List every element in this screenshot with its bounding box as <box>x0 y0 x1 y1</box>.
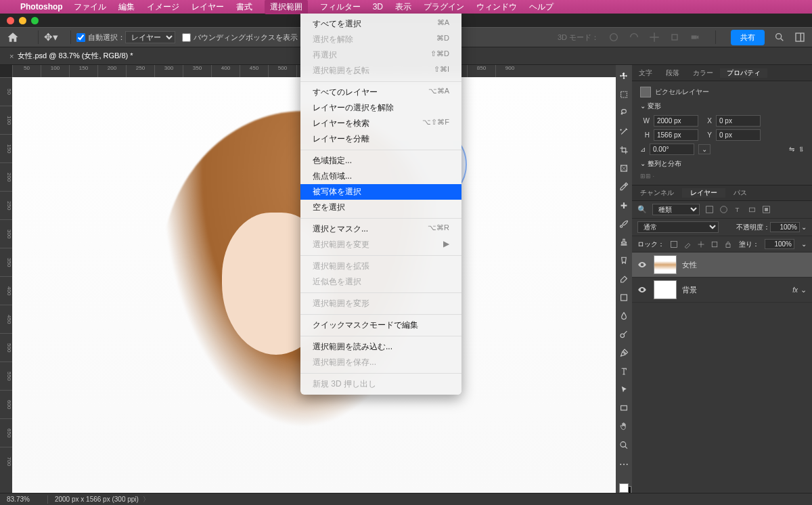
lasso-tool-icon[interactable] <box>618 108 629 117</box>
panel-tab[interactable]: チャンネル <box>632 188 682 198</box>
frame-tool-icon[interactable] <box>618 164 629 173</box>
filter-smart-icon[interactable] <box>762 205 771 214</box>
workspace-icon[interactable] <box>794 32 805 43</box>
search-icon[interactable] <box>774 32 785 43</box>
menu-イメージ[interactable]: イメージ <box>147 1 179 13</box>
menu-表示[interactable]: 表示 <box>395 1 411 13</box>
close-tab-icon[interactable]: × <box>9 52 14 60</box>
menu-item[interactable]: 焦点領域... <box>300 169 461 184</box>
move-tool-icon[interactable]: ✥▾ <box>44 31 58 43</box>
fx-badge[interactable]: fx <box>792 286 798 294</box>
width-input[interactable] <box>654 115 698 127</box>
status-arrow-icon[interactable]: 〉 <box>143 495 150 504</box>
panel-tab[interactable]: パス <box>725 188 755 198</box>
menu-選択範囲[interactable]: 選択範囲 <box>265 0 308 14</box>
hand-tool-icon[interactable] <box>618 422 629 431</box>
share-button[interactable]: 共有 <box>731 30 765 45</box>
panel-tab[interactable]: 段落 <box>659 68 686 78</box>
transform-section-header[interactable]: 変形 <box>640 102 804 111</box>
opacity-input[interactable] <box>770 222 800 232</box>
blend-mode-dropdown[interactable]: 通常 <box>637 221 719 233</box>
menu-書式[interactable]: 書式 <box>236 1 252 13</box>
crop-tool-icon[interactable] <box>618 146 629 154</box>
menu-item[interactable]: レイヤーの選択を解除 <box>300 100 461 116</box>
home-icon[interactable] <box>7 31 19 43</box>
menu-3D[interactable]: 3D <box>373 2 383 12</box>
auto-select-dropdown[interactable]: レイヤー <box>125 31 175 43</box>
pen-tool-icon[interactable] <box>618 349 629 357</box>
lock-label: ロック： <box>637 240 664 249</box>
flip-h-icon[interactable]: ⇋ <box>789 146 794 153</box>
x-input[interactable] <box>716 115 761 127</box>
filter-type-dropdown[interactable]: 種類 <box>652 204 700 215</box>
panel-tab[interactable]: プロパティ <box>720 68 767 78</box>
marquee-tool-icon[interactable] <box>618 90 629 99</box>
lock-brush-icon[interactable] <box>683 240 692 248</box>
healing-tool-icon[interactable] <box>618 201 629 210</box>
menu-ファイル[interactable]: ファイル <box>74 1 106 13</box>
filter-type-icon[interactable]: T <box>734 205 742 214</box>
menu-item[interactable]: 被写体を選択 <box>300 184 461 200</box>
menu-item[interactable]: 空を選択 <box>300 200 461 215</box>
layer-row[interactable]: 背景 fx⌄ <box>632 278 812 303</box>
lock-position-icon[interactable] <box>697 240 705 248</box>
align-section-header[interactable]: 整列と分布 <box>640 159 804 169</box>
zoom-window-icon[interactable] <box>31 17 39 24</box>
lock-artboard-icon[interactable] <box>710 240 719 248</box>
filter-shape-icon[interactable] <box>748 205 757 214</box>
history-brush-icon[interactable] <box>618 256 629 265</box>
filter-pixel-icon[interactable] <box>705 205 714 214</box>
gradient-tool-icon[interactable] <box>618 293 629 302</box>
eraser-tool-icon[interactable] <box>618 275 629 284</box>
menu-item[interactable]: 選択範囲を読み込む... <box>300 339 461 355</box>
menu-編集[interactable]: 編集 <box>118 1 135 13</box>
fill-input[interactable] <box>765 239 794 249</box>
color-swatch[interactable] <box>619 483 629 493</box>
filter-search-icon[interactable]: 🔍 <box>637 205 647 214</box>
rectangle-tool-icon[interactable] <box>618 403 629 412</box>
lock-pixels-icon[interactable] <box>670 240 678 248</box>
panel-tab[interactable]: カラー <box>686 68 720 78</box>
menu-item[interactable]: レイヤーを検索⌥⇧⌘F <box>300 116 461 131</box>
menu-レイヤー[interactable]: レイヤー <box>191 1 224 13</box>
bbox-checkbox[interactable] <box>182 33 191 42</box>
angle-input[interactable] <box>650 144 694 155</box>
menu-item[interactable]: すべてのレイヤー⌥⌘A <box>300 85 461 100</box>
menu-プラグイン[interactable]: プラグイン <box>424 1 464 13</box>
blur-tool-icon[interactable] <box>618 311 629 320</box>
app-name[interactable]: Photoshop <box>20 2 63 12</box>
panel-tab[interactable]: レイヤー <box>682 188 725 198</box>
path-select-icon[interactable] <box>618 385 629 394</box>
brush-tool-icon[interactable] <box>618 219 629 228</box>
menu-item[interactable]: すべてを選択⌘A <box>300 16 461 32</box>
stamp-tool-icon[interactable] <box>618 238 629 246</box>
panel-tab[interactable]: 文字 <box>632 68 659 78</box>
eyedropper-tool-icon[interactable] <box>618 182 629 191</box>
visibility-icon[interactable] <box>637 260 647 269</box>
type-tool-icon[interactable] <box>618 367 629 376</box>
magic-wand-tool-icon[interactable] <box>618 127 629 136</box>
zoom-tool-icon[interactable] <box>618 441 629 449</box>
layer-row[interactable]: 女性 <box>632 252 812 278</box>
menu-item[interactable]: 選択とマスク...⌥⌘R <box>300 221 461 237</box>
minimize-window-icon[interactable] <box>19 17 26 24</box>
flip-v-icon[interactable]: ⥮ <box>798 146 804 153</box>
filter-adjust-icon[interactable] <box>719 205 728 214</box>
angle-dropdown[interactable]: ⌄ <box>698 144 710 154</box>
lock-all-icon[interactable] <box>724 240 732 248</box>
dodge-tool-icon[interactable] <box>618 330 629 338</box>
menu-item[interactable]: 色域指定... <box>300 153 461 169</box>
visibility-icon[interactable] <box>637 285 647 294</box>
menu-item[interactable]: クイックマスクモードで編集 <box>300 317 461 333</box>
menu-ヘルプ[interactable]: ヘルプ <box>529 1 554 13</box>
zoom-value[interactable]: 83.73% <box>7 496 30 503</box>
menu-フィルター[interactable]: フィルター <box>320 1 361 13</box>
height-input[interactable] <box>654 129 698 141</box>
menu-ウィンドウ[interactable]: ウィンドウ <box>476 1 517 13</box>
move-tool-icon[interactable] <box>618 72 629 81</box>
menu-item[interactable]: レイヤーを分離 <box>300 131 461 147</box>
close-window-icon[interactable] <box>7 17 14 24</box>
y-input[interactable] <box>716 129 761 141</box>
auto-select-checkbox[interactable] <box>76 33 85 42</box>
edit-toolbar-icon[interactable]: ⋯ <box>619 459 629 470</box>
